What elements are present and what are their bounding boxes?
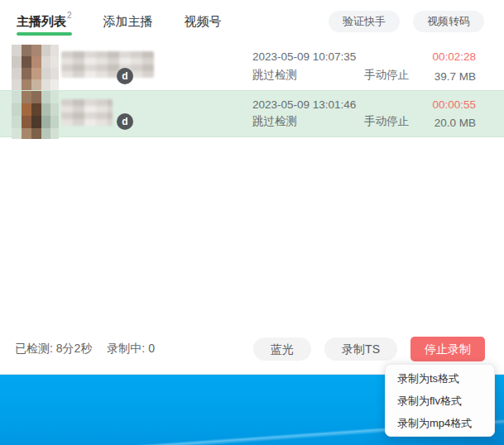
stop-mode: 手动停止 — [364, 68, 409, 83]
platform-d-badge: d — [117, 68, 133, 84]
streamer-name-censored — [61, 51, 154, 78]
verify-kuaishou-button[interactable]: 验证快手 — [329, 11, 400, 32]
menu-item-record-flv-format[interactable]: 录制为flv格式 — [386, 390, 494, 412]
tab-add-streamer-label: 添加主播 — [103, 14, 153, 30]
streamer-avatar-censored — [12, 91, 59, 139]
tab-streamer-list[interactable]: 主播列表2 — [17, 0, 72, 43]
record-ts-button[interactable]: 录制TS — [324, 337, 397, 361]
detect-status: 跳过检测 — [252, 68, 297, 83]
stream-row-1[interactable]: d 2023-05-09 10:07:35 跳过检测 手动停止 00:02:28… — [0, 43, 504, 90]
record-duration: 00:00:55 — [432, 98, 476, 111]
detected-time-text: 已检测: 8分2秒 — [15, 342, 92, 355]
status-bar: 已检测: 8分2秒录制中: 0 蓝光 录制TS 停止录制 — [0, 330, 504, 368]
stop-record-button[interactable]: 停止录制 — [410, 337, 485, 361]
menu-item-record-mp4-format[interactable]: 录制为mp4格式 — [386, 412, 494, 434]
detect-status: 跳过检测 — [252, 114, 297, 129]
app-window: 主播列表2 添加主播 视频号 验证快手 视频转码 — [0, 0, 504, 375]
file-size: 39.7 MB — [434, 70, 476, 83]
blu-ray-quality-button[interactable]: 蓝光 — [253, 337, 311, 361]
menu-item-record-ts-format[interactable]: 录制为ts格式 — [386, 367, 494, 390]
recording-count-text: 录制中: 0 — [107, 342, 155, 355]
tab-streamer-list-label: 主播列表 — [17, 14, 66, 30]
file-size: 20.0 MB — [434, 117, 476, 129]
active-tab-underline — [17, 32, 72, 36]
tab-bar: 主播列表2 添加主播 视频号 验证快手 视频转码 — [0, 0, 504, 43]
platform-d-badge: d — [117, 113, 133, 130]
tab-video-channel-label: 视频号 — [185, 14, 222, 30]
record-format-dropdown: 录制为ts格式 录制为flv格式 录制为mp4格式 — [385, 364, 495, 437]
stream-row-2[interactable]: d 2023-05-09 13:01:46 跳过检测 手动停止 00:00:55… — [0, 90, 504, 137]
streamer-name-censored — [61, 99, 113, 126]
streamer-avatar-censored — [12, 45, 59, 90]
screen: 主播列表2 添加主播 视频号 验证快手 视频转码 — [0, 0, 504, 445]
record-start-time: 2023-05-09 13:01:46 — [252, 98, 356, 111]
status-text: 已检测: 8分2秒录制中: 0 — [15, 342, 155, 356]
record-duration: 00:02:28 — [432, 50, 476, 63]
tab-add-streamer[interactable]: 添加主播 — [103, 0, 153, 43]
tab-video-channel[interactable]: 视频号 — [185, 0, 222, 43]
tab-streamer-list-badge: 2 — [67, 11, 72, 20]
stream-list: d 2023-05-09 10:07:35 跳过检测 手动停止 00:02:28… — [0, 43, 504, 137]
video-transcode-button[interactable]: 视频转码 — [413, 11, 484, 32]
stop-mode: 手动停止 — [364, 114, 409, 129]
record-start-time: 2023-05-09 10:07:35 — [252, 50, 356, 63]
